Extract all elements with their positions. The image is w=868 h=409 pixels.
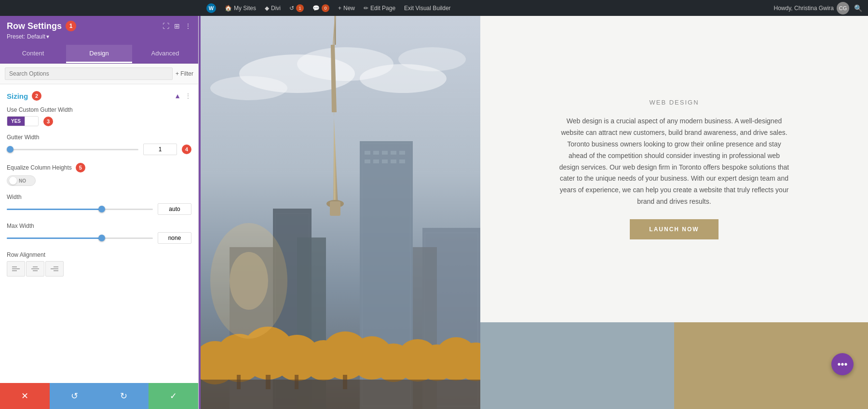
- align-right-icon: [50, 264, 59, 273]
- new-button[interactable]: + New: [334, 0, 359, 16]
- preview-text-top: WEB DESIGN Web design is a crucial aspec…: [480, 16, 868, 322]
- width-slider-row: Width: [7, 194, 191, 215]
- new-label: New: [343, 5, 355, 12]
- tab-advanced[interactable]: Advanced: [132, 45, 198, 63]
- cancel-button[interactable]: ✕: [0, 383, 50, 409]
- max-width-fill: [7, 237, 102, 239]
- exit-vb-label: Exit Visual Builder: [404, 5, 451, 12]
- comments-badge: 0: [322, 4, 329, 12]
- svg-point-13: [210, 76, 287, 100]
- right-content: WEB DESIGN Web design is a crucial aspec…: [201, 16, 868, 409]
- collapse-icon[interactable]: ▲: [174, 92, 181, 100]
- svg-point-14: [398, 47, 466, 71]
- more-icon[interactable]: ⋮: [185, 22, 191, 30]
- redo-button[interactable]: ↻: [99, 383, 149, 409]
- svg-rect-29: [373, 159, 379, 163]
- comments-button[interactable]: 💬 0: [309, 0, 333, 16]
- sizing-title: Sizing: [7, 92, 28, 100]
- sizing-section-header: Sizing 2 ▲ ⋮: [7, 91, 191, 101]
- city-skyline-svg: [201, 16, 480, 409]
- step-badge-2: 2: [32, 91, 41, 101]
- tab-design[interactable]: Design: [66, 45, 132, 63]
- align-right-button[interactable]: [45, 261, 64, 277]
- panel-content: Sizing 2 ▲ ⋮ Use Custom Gutter Width YES…: [0, 84, 198, 383]
- resize-icon[interactable]: ⛶: [163, 22, 169, 30]
- svg-rect-7: [51, 268, 58, 269]
- svg-rect-1: [12, 268, 20, 269]
- my-sites-label: My Sites: [234, 5, 256, 12]
- home-icon: 🏠: [225, 5, 232, 12]
- gutter-slider-row: 4: [7, 144, 191, 155]
- svg-rect-25: [382, 151, 388, 155]
- toggle-no-label: NO: [19, 178, 26, 184]
- filter-label: + Filter: [176, 70, 193, 77]
- max-width-value-input[interactable]: [158, 232, 191, 244]
- align-left-button[interactable]: [7, 261, 25, 277]
- step-badge-5: 5: [76, 163, 85, 172]
- search-input[interactable]: [5, 67, 173, 80]
- width-slider[interactable]: [7, 204, 153, 214]
- search-icon[interactable]: 🔍: [852, 4, 864, 12]
- launch-now-button[interactable]: LAUNCH NOW: [630, 219, 718, 239]
- avatar: CG: [837, 2, 849, 14]
- gutter-toggle-container: YES 3: [7, 116, 191, 126]
- fab-button[interactable]: •••: [831, 353, 854, 375]
- save-button[interactable]: ✓: [149, 383, 198, 409]
- gutter-value-input[interactable]: [143, 144, 177, 155]
- city-image-side: [201, 16, 480, 409]
- tab-content-label: Content: [22, 50, 44, 57]
- align-center-button[interactable]: [26, 261, 44, 277]
- toggle-yes-box: [25, 117, 38, 126]
- svg-rect-27: [399, 151, 405, 155]
- preset-label: Preset:: [7, 33, 25, 40]
- step-badge-4: 4: [182, 145, 191, 154]
- width-value-input[interactable]: [158, 203, 191, 215]
- updates-button[interactable]: ↺ 1: [285, 0, 308, 16]
- row-alignment-row: Row Alignment: [7, 251, 191, 277]
- section-controls: ▲ ⋮: [174, 92, 191, 100]
- wp-logo-icon: W: [206, 3, 216, 13]
- preset-dropdown[interactable]: Default ▾: [27, 33, 49, 40]
- left-panel: Row Settings 1 ⛶ ⊞ ⋮ Preset: Default ▾: [0, 16, 199, 409]
- tab-content[interactable]: Content: [0, 45, 66, 63]
- toggle-yes[interactable]: YES: [7, 116, 39, 126]
- plus-icon: +: [338, 5, 341, 12]
- preview-body-text: Web design is a crucial aspect of any mo…: [558, 116, 790, 207]
- preview-text-side: WEB DESIGN Web design is a crucial aspec…: [480, 16, 868, 409]
- divi-label: Divi: [271, 5, 281, 12]
- exit-visual-builder-button[interactable]: Exit Visual Builder: [400, 0, 455, 16]
- width-fill: [7, 209, 102, 210]
- align-left-icon: [12, 264, 20, 273]
- equalize-label: Equalize Column Heights: [7, 164, 72, 171]
- split-icon[interactable]: ⊞: [174, 22, 180, 30]
- slider-thumb[interactable]: [7, 146, 14, 153]
- preview-swatches: [480, 322, 868, 409]
- redo-icon: ↻: [120, 391, 127, 401]
- search-bar: + Filter: [0, 64, 198, 84]
- step-badge-3: 3: [43, 117, 53, 126]
- gutter-width-label: Gutter Width: [7, 134, 191, 141]
- max-width-track: [7, 237, 153, 239]
- section-more-icon[interactable]: ⋮: [185, 92, 191, 100]
- width-track: [7, 209, 153, 210]
- slider-track: [7, 149, 138, 150]
- gutter-toggle-label: Use Custom Gutter Width: [7, 106, 191, 113]
- width-thumb[interactable]: [98, 206, 105, 212]
- filter-button[interactable]: + Filter: [176, 70, 193, 77]
- wp-logo-button[interactable]: W: [203, 0, 220, 16]
- cancel-icon: ✕: [21, 391, 28, 401]
- top-bar-nav: W 🏠 My Sites ◆ Divi ↺ 1 💬 0 + New ✏ Edit…: [203, 0, 455, 16]
- max-width-slider-row: Max Width: [7, 223, 191, 244]
- divi-icon: ◆: [265, 5, 269, 12]
- divi-button[interactable]: ◆ Divi: [261, 0, 285, 16]
- panel-title: Row Settings: [7, 21, 62, 31]
- gutter-slider[interactable]: [7, 145, 138, 154]
- fab-icon: •••: [837, 359, 847, 370]
- max-width-thumb[interactable]: [98, 235, 105, 241]
- undo-button[interactable]: ↺: [50, 383, 99, 409]
- preview-section-label: WEB DESIGN: [649, 99, 699, 106]
- toggle-no[interactable]: NO: [7, 175, 36, 186]
- max-width-slider[interactable]: [7, 233, 153, 243]
- edit-page-button[interactable]: ✏ Edit Page: [360, 0, 399, 16]
- my-sites-button[interactable]: 🏠 My Sites: [221, 0, 260, 16]
